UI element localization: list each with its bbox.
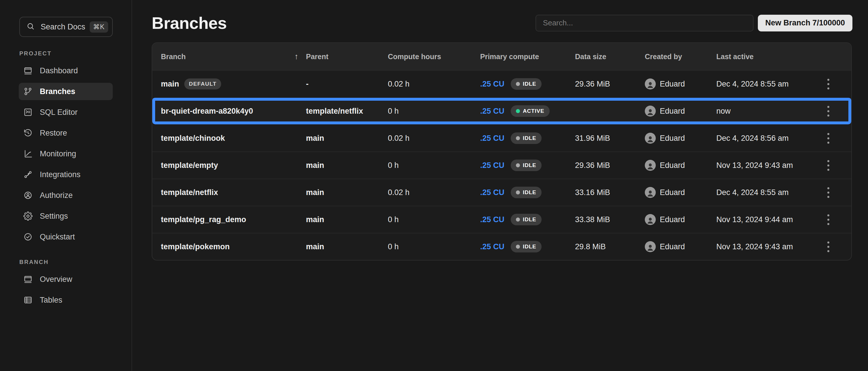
compute-units[interactable]: .25 CU	[480, 134, 504, 143]
column-header-label: Primary compute	[480, 53, 539, 61]
column-header-last-active[interactable]: Last active	[716, 53, 811, 61]
column-header-parent[interactable]: Parent	[306, 53, 388, 61]
compute-units[interactable]: .25 CU	[480, 242, 504, 251]
column-header-data-size[interactable]: Data size	[575, 53, 645, 61]
sidebar-item-branches[interactable]: Branches	[19, 83, 113, 100]
dashboard-icon	[23, 66, 33, 75]
last-active: Nov 13, 2024 9:44 am	[716, 215, 811, 224]
status-badge: IDLE	[511, 132, 541, 144]
creator-name: Eduard	[660, 161, 685, 170]
sidebar-item-tables[interactable]: Tables	[19, 291, 113, 309]
kebab-menu-icon[interactable]	[825, 212, 832, 228]
data-size: 29.36 MiB	[575, 161, 645, 170]
branches-table: Branch↑ParentCompute hoursPrimary comput…	[152, 42, 852, 260]
last-active: now	[716, 107, 811, 116]
monitoring-icon	[23, 149, 33, 158]
restore-icon	[23, 128, 33, 137]
table-row[interactable]: template/chinook main 0.02 h .25 CU IDLE…	[152, 124, 851, 151]
table-row[interactable]: br-quiet-dream-a820k4y0 template/netflix…	[152, 97, 851, 124]
kebab-menu-icon[interactable]	[825, 103, 832, 119]
sidebar-item-authorize[interactable]: Authorize	[19, 187, 113, 204]
last-active: Dec 4, 2024 8:55 am	[716, 80, 811, 89]
sidebar-item-overview[interactable]: Overview	[19, 271, 113, 288]
status-badge: IDLE	[511, 214, 541, 225]
sidebar-item-label: Branches	[40, 87, 75, 96]
compute-hours: 0.02 h	[388, 188, 480, 197]
branch-name[interactable]: br-quiet-dream-a820k4y0	[161, 107, 253, 116]
parent-branch[interactable]: main	[306, 161, 388, 170]
kebab-menu-icon[interactable]	[825, 76, 832, 92]
branch-name[interactable]: template/empty	[161, 161, 218, 170]
default-badge: DEFAULT	[184, 79, 221, 89]
sidebar-item-monitoring[interactable]: Monitoring	[19, 145, 113, 162]
parent-branch[interactable]: template/netflix	[306, 107, 388, 116]
parent-branch[interactable]: -	[306, 80, 388, 89]
column-header-compute-hours[interactable]: Compute hours	[388, 53, 480, 61]
column-header-label: Branch	[161, 53, 186, 61]
status-label: IDLE	[523, 135, 536, 142]
authorize-icon	[23, 191, 33, 200]
sql-editor-icon	[23, 107, 33, 117]
new-branch-button[interactable]: New Branch 7/100000	[758, 15, 852, 31]
sidebar-item-quickstart[interactable]: Quickstart	[19, 228, 113, 246]
table-row[interactable]: template/pokemon main 0 h .25 CU IDLE 29…	[152, 233, 851, 260]
sidebar-item-dashboard[interactable]: Dashboard	[19, 62, 113, 79]
last-active: Dec 4, 2024 8:55 am	[716, 188, 811, 197]
compute-units[interactable]: .25 CU	[480, 161, 504, 170]
branches-icon	[23, 87, 33, 96]
sidebar-item-label: Restore	[40, 129, 67, 137]
table-row[interactable]: template/pg_rag_demo main 0 h .25 CU IDL…	[152, 206, 851, 233]
compute-units[interactable]: .25 CU	[480, 188, 504, 197]
quickstart-icon	[23, 232, 33, 242]
compute-units[interactable]: .25 CU	[480, 215, 504, 224]
creator-name: Eduard	[660, 242, 685, 251]
branch-name[interactable]: main	[161, 80, 179, 89]
search-input[interactable]	[535, 15, 753, 31]
sidebar-item-settings[interactable]: Settings	[19, 208, 113, 225]
integrations-icon	[23, 170, 33, 179]
parent-branch[interactable]: main	[306, 134, 388, 143]
sort-arrow-icon[interactable]: ↑	[294, 52, 299, 61]
column-header-primary-compute[interactable]: Primary compute	[480, 53, 575, 61]
table-row[interactable]: template/empty main 0 h .25 CU IDLE 29.3…	[152, 151, 851, 179]
kebab-menu-icon[interactable]	[825, 130, 832, 147]
last-active: Dec 4, 2024 8:56 am	[716, 134, 811, 143]
avatar	[645, 105, 656, 117]
compute-units[interactable]: .25 CU	[480, 80, 504, 89]
branch-name[interactable]: template/pg_rag_demo	[161, 215, 246, 224]
branch-name[interactable]: template/chinook	[161, 134, 225, 143]
column-header-branch[interactable]: Branch↑	[161, 52, 306, 61]
sidebar-item-integrations[interactable]: Integrations	[19, 166, 113, 183]
overview-icon	[23, 275, 33, 284]
status-dot-icon	[516, 190, 520, 194]
column-header-label: Created by	[645, 53, 682, 61]
sidebar-item-label: Dashboard	[40, 66, 78, 75]
table-row[interactable]: template/netflix main 0.02 h .25 CU IDLE…	[152, 179, 851, 206]
sidebar-item-label: Settings	[40, 212, 68, 221]
avatar	[645, 79, 656, 89]
kebab-menu-icon[interactable]	[825, 184, 832, 201]
compute-hours: 0.02 h	[388, 134, 480, 143]
status-dot-icon	[516, 218, 520, 222]
sidebar-item-label: Monitoring	[40, 149, 76, 158]
sidebar-item-label: Overview	[40, 275, 72, 284]
status-badge: IDLE	[511, 78, 541, 90]
table-row[interactable]: main DEFAULT - 0.02 h .25 CU IDLE 29.36 …	[152, 70, 851, 97]
parent-branch[interactable]: main	[306, 188, 388, 197]
status-dot-icon	[516, 163, 520, 167]
column-header-created-by[interactable]: Created by	[645, 53, 716, 61]
parent-branch[interactable]: main	[306, 215, 388, 224]
branch-name[interactable]: template/netflix	[161, 188, 218, 197]
kebab-menu-icon[interactable]	[825, 157, 832, 174]
search-docs-button[interactable]: Search Docs ⌘K	[19, 17, 113, 37]
sidebar-item-restore[interactable]: Restore	[19, 124, 113, 142]
parent-branch[interactable]: main	[306, 242, 388, 251]
compute-hours: 0 h	[388, 242, 480, 251]
branch-name[interactable]: template/pokemon	[161, 242, 230, 251]
status-badge: IDLE	[511, 159, 541, 171]
compute-units[interactable]: .25 CU	[480, 107, 504, 116]
sidebar-item-sql-editor[interactable]: SQL Editor	[19, 103, 113, 121]
kebab-menu-icon[interactable]	[825, 239, 832, 255]
compute-hours: 0 h	[388, 215, 480, 224]
status-badge: ACTIVE	[511, 105, 549, 117]
